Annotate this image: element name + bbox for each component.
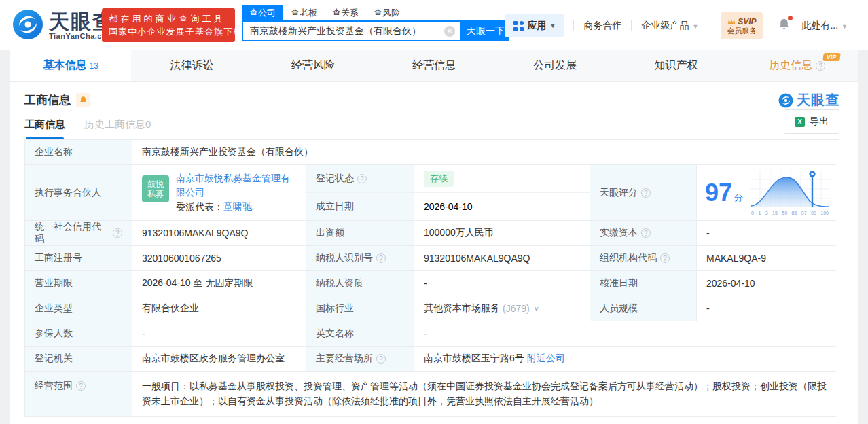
business-coop-link[interactable]: 商务合作 <box>583 20 621 32</box>
notification-dot <box>788 16 793 20</box>
apps-button[interactable]: 应用 <box>505 14 564 37</box>
reg-status-label: 登记状态 <box>306 165 414 193</box>
section-title: 工商信息 <box>24 92 71 108</box>
partner-company-link[interactable]: 南京市鼓悦私募基金管理有限公司 <box>176 173 290 198</box>
svip-sub-label: 会员服务 <box>727 26 757 35</box>
page: 天眼查 TianYanCha.com 都在用的商业查询工具 国家中小企业发展子基… <box>0 0 868 424</box>
user-account-menu[interactable]: 此处有... <box>801 20 848 32</box>
search-tab-relation[interactable]: 查关系 <box>325 5 366 20</box>
score-value: 97 <box>705 181 732 205</box>
help-icon[interactable] <box>641 188 651 198</box>
help-icon[interactable] <box>816 61 825 71</box>
company-nav-tabs: 基本信息 13 法律诉讼 经营风险 经营信息 公司发展 知识产权 VIP 历史信… <box>10 50 858 82</box>
monitor-bell-icon[interactable] <box>76 93 90 107</box>
industry-label: 国标行业 <box>306 296 414 321</box>
chevron-down-icon <box>842 23 848 30</box>
reg-authority-label: 登记机关 <box>25 347 132 372</box>
tab-operation-info[interactable]: 经营信息 <box>374 50 494 81</box>
staff-size-value: - <box>697 296 836 321</box>
help-icon[interactable] <box>376 354 386 364</box>
tab-basic-info-label: 基本信息 <box>43 58 86 73</box>
subtab-business-info[interactable]: 工商信息 <box>24 118 65 139</box>
site-logo[interactable]: 天眼查 TianYanCha.com <box>12 9 114 43</box>
svip-label: SVIP <box>738 17 756 26</box>
search-input[interactable] <box>243 22 460 40</box>
partner-avatar[interactable]: 鼓悦 私募 <box>142 175 169 202</box>
address-label: 主要经营场所 <box>306 347 414 372</box>
score-cell[interactable]: 97 分 <box>697 165 836 221</box>
export-button[interactable]: 导出 <box>784 109 839 134</box>
tab-legal[interactable]: 法律诉讼 <box>131 50 252 81</box>
apps-label: 应用 <box>528 20 547 32</box>
rep-name-link[interactable]: 童啸驰 <box>223 201 252 212</box>
english-name-label: 英文名称 <box>306 321 414 347</box>
score-label: 天眼评分 <box>590 165 697 221</box>
promo-badge: 都在用的商业查询工具 国家中小企业发展子基金旗下机构 <box>102 8 235 42</box>
reg-status-value: 存续 <box>414 165 590 193</box>
user-account-label: 此处有... <box>801 20 838 31</box>
capital-label: 出资额 <box>306 221 414 246</box>
nearby-companies-link[interactable]: 附近公司 <box>527 353 565 365</box>
paid-capital-value: - <box>697 221 836 246</box>
help-icon[interactable] <box>641 228 651 238</box>
search-block: 查公司 查老板 查关系 查风险 天眼一下 <box>242 5 509 41</box>
taxpayer-id-value: 91320106MAKAL9QA9Q <box>414 246 590 271</box>
scope-label: 经营范围 <box>25 372 132 417</box>
search-tab-boss[interactable]: 查老板 <box>283 5 325 20</box>
staff-size-label: 人员规模 <box>590 296 697 321</box>
industry-value: 其他资本市场服务 (J679) <box>414 296 590 321</box>
insured-value: - <box>132 321 306 347</box>
vip-badge: VIP <box>823 53 841 61</box>
excel-icon <box>795 117 805 127</box>
reg-no-value: 320106001067265 <box>132 246 306 271</box>
notification-bell-icon[interactable] <box>778 18 791 34</box>
divider <box>708 20 708 31</box>
tab-basic-info[interactable]: 基本信息 13 <box>10 50 131 81</box>
tianyancha-logo-icon <box>12 9 43 43</box>
rep-label: 委派代表： <box>176 201 223 212</box>
taxpayer-quali-value: - <box>414 271 590 296</box>
est-date-label: 成立日期 <box>306 193 414 221</box>
company-name-value: 南京鼓楼新兴产业投资基金（有限合伙） <box>132 140 836 165</box>
help-icon[interactable] <box>113 228 122 238</box>
svip-member-button[interactable]: SVIP 会员服务 <box>721 12 763 39</box>
tab-company-development[interactable]: 公司发展 <box>494 50 615 81</box>
scope-value: 一般项目：以私募基金从事股权投资、投资管理、资产管理等活动（须在中国证券投资基金… <box>132 372 836 417</box>
address-value: 南京市鼓楼区玉宁路6号 附近公司 <box>414 347 836 372</box>
help-icon[interactable] <box>376 253 386 263</box>
help-icon[interactable] <box>660 253 670 263</box>
clear-icon[interactable] <box>444 26 455 37</box>
tab-intellectual-property[interactable]: 知识产权 <box>615 50 736 81</box>
subtab-history-business-info[interactable]: 历史工商信息0 <box>84 118 151 139</box>
section-head: 工商信息 天眼查 <box>10 82 858 109</box>
divider <box>631 20 632 31</box>
insured-label: 参保人数 <box>25 321 132 347</box>
est-date-value: 2026-04-10 <box>414 193 590 221</box>
help-icon[interactable] <box>357 174 367 183</box>
search-button[interactable]: 天眼一下 <box>462 20 509 41</box>
taxpayer-quali-label: 纳税人资质 <box>306 271 414 296</box>
reg-authority-value: 南京市鼓楼区政务服务管理办公室 <box>132 347 306 372</box>
company-name-label: 企业名称 <box>25 140 132 165</box>
capital-value: 100000万人民币 <box>414 221 590 246</box>
apps-grid-icon <box>513 21 524 31</box>
enterprise-product-link[interactable]: 企业级产品 <box>641 20 698 32</box>
tianyancha-watermark-icon <box>778 93 793 108</box>
chevron-down-icon[interactable] <box>534 305 539 312</box>
tab-basic-info-count: 13 <box>89 61 98 71</box>
org-code-value: MAKAL9QA-9 <box>697 246 836 271</box>
industry-code: (J679) <box>503 303 530 314</box>
tab-history-info[interactable]: VIP 历史信息 <box>737 50 858 81</box>
partner-cell: 鼓悦 私募 南京市鼓悦私募基金管理有限公司 委派代表：童啸驰 <box>132 165 306 221</box>
help-icon[interactable] <box>76 381 86 391</box>
search-tab-company[interactable]: 查公司 <box>242 5 283 20</box>
search-tab-risk[interactable]: 查风险 <box>366 5 408 20</box>
divider <box>573 20 574 31</box>
status-date-subgrid: 登记状态 存续 成立日期 2026-04-10 <box>306 165 590 221</box>
taxpayer-id-label: 纳税人识别号 <box>306 246 414 271</box>
tab-operation-risk[interactable]: 经营风险 <box>253 50 374 81</box>
promo-line2: 国家中小企业发展子基金旗下机构 <box>109 25 228 38</box>
chevron-down-icon <box>550 22 556 29</box>
score-unit: 分 <box>734 192 743 204</box>
watermark-text: 天眼查 <box>797 91 839 109</box>
